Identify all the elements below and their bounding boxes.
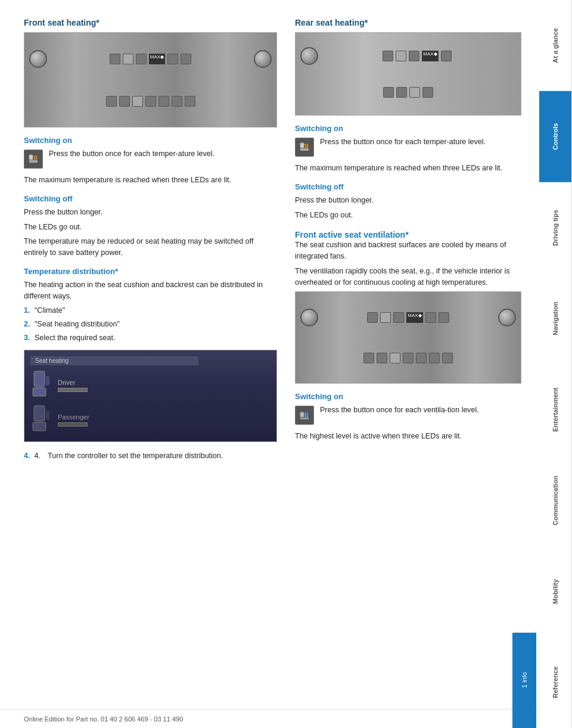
left-switching-off-text1: Press the button longer. <box>24 207 277 218</box>
temp-dist-title: Temperature distribution* <box>24 267 277 276</box>
switching-on-text: Press the button once for each temper-at… <box>49 148 277 160</box>
svg-rect-6 <box>33 422 46 431</box>
vent-max-label: MAX◆ <box>406 312 422 323</box>
vent-btn4 <box>425 312 436 323</box>
right-switching-on2-text2: The highest level is active when three L… <box>295 431 521 442</box>
knob-left <box>29 50 47 68</box>
rear-max-label: MAX◆ <box>422 51 438 61</box>
switching-on-row: Press the button once for each temper-at… <box>24 148 277 169</box>
driver-row: Driver <box>30 370 271 401</box>
rear-knob-left <box>300 47 318 65</box>
svg-rect-8 <box>300 143 304 148</box>
side-navigation: At a glance Controls Driving tips Naviga… <box>539 0 572 728</box>
svg-rect-0 <box>29 155 33 160</box>
svg-rect-1 <box>29 160 38 163</box>
rear-btn5 <box>383 87 394 98</box>
vent-knob-right <box>498 309 516 326</box>
tab-driving-tips[interactable]: Driving tips <box>539 182 572 273</box>
right-switching-on2-title: Switching on <box>295 392 521 401</box>
vent-btn3 <box>393 312 404 323</box>
btn1 <box>110 54 120 64</box>
vent-btn8 <box>390 353 400 363</box>
seat-heat-icon <box>24 150 43 169</box>
vent-btn7 <box>377 353 387 363</box>
vent-btn5 <box>439 312 449 323</box>
svg-rect-2 <box>34 371 45 387</box>
list-item: 3. Select the required seat. <box>24 332 277 344</box>
right-switching-on2-text: Press the button once for each ventila-t… <box>320 405 521 416</box>
btn5 <box>181 54 191 64</box>
tab-controls[interactable]: Controls <box>539 91 572 182</box>
right-switching-on-text: Press the button once for each temper-at… <box>320 136 521 148</box>
svg-rect-5 <box>34 406 45 421</box>
tab-entertainment[interactable]: Entertainment <box>539 364 572 455</box>
rear-btn2 <box>396 51 406 61</box>
vent-btn12 <box>442 353 453 363</box>
rear-btn1 <box>383 51 393 61</box>
list-item: 1. "Climate" <box>24 305 277 316</box>
btn9 <box>145 96 156 107</box>
btn12 <box>185 96 195 107</box>
max-label: MAX◆ <box>149 54 165 64</box>
footer-text: Online Edition for Part no. 01 40 2 606 … <box>24 715 183 723</box>
rear-seat-heat-icon <box>295 138 314 157</box>
btn10 <box>158 96 169 107</box>
vent-btn2 <box>380 312 391 323</box>
btn7 <box>119 96 130 107</box>
front-active-text1: The seat cushion and backrest surfaces a… <box>295 239 521 262</box>
vent-btn9 <box>403 353 414 363</box>
btn6 <box>106 96 117 107</box>
right-switching-on-title: Switching on <box>295 124 521 133</box>
tab-reference[interactable]: Reference <box>539 637 572 728</box>
front-seat-image: MAX◆ <box>24 32 277 127</box>
front-active-text2: The ventilation rapidly cools the seat, … <box>295 266 521 288</box>
knob-right <box>254 50 272 68</box>
tab-at-a-glance[interactable]: At a glance <box>539 0 572 91</box>
svg-rect-9 <box>300 148 309 151</box>
right-switching-on-row: Press the button once for each temper-at… <box>295 136 521 157</box>
rear-btn3 <box>409 51 419 61</box>
left-switching-off-title: Switching off <box>24 194 277 203</box>
right-switching-off-text2: The LEDs go out. <box>295 210 521 221</box>
left-switching-off-text3: The temperature may be reduced or seat h… <box>24 236 277 259</box>
vent-btn10 <box>416 353 427 363</box>
svg-rect-10 <box>300 412 304 417</box>
temp-dist-text: The heating action in the seat cushion a… <box>24 279 277 302</box>
vent-btn6 <box>363 353 374 363</box>
rear-btn4 <box>441 51 452 61</box>
btn8 <box>132 96 143 107</box>
left-switching-off-text2: The LEDs go out. <box>24 222 277 233</box>
left-switching-on-title: Switching on <box>24 136 277 145</box>
list-item: 2. "Seat heating distribution" <box>24 319 277 330</box>
right-switching-on-text2: The maximum temperature is reached when … <box>295 163 521 174</box>
svg-rect-7 <box>46 410 49 420</box>
btn4 <box>167 54 178 64</box>
svg-rect-4 <box>46 376 49 385</box>
right-switching-off-title: Switching off <box>295 182 521 191</box>
left-column: Front seat heating* MAX◆ <box>24 18 277 465</box>
btn2 <box>123 54 133 64</box>
tab-navigation[interactable]: Navigation <box>539 273 572 364</box>
rear-btn6 <box>396 87 407 98</box>
front-active-title: Front active seat ventilation* <box>295 230 521 239</box>
info-badge: 1 info <box>512 633 536 728</box>
vent-btn1 <box>367 312 378 323</box>
ventilation-icon <box>295 406 314 425</box>
btn3 <box>136 54 147 64</box>
right-switching-off-text1: Press the button longer. <box>295 195 521 206</box>
ventilation-image: MAX◆ <box>295 291 521 384</box>
screen-title: Seat heating <box>30 356 198 365</box>
right-column: Rear seat heating* MAX◆ <box>295 18 521 465</box>
left-section-title: Front seat heating* <box>24 18 277 27</box>
tab-communication[interactable]: Communication <box>539 455 572 546</box>
svg-rect-3 <box>33 388 46 396</box>
step4-text: 4. 4. Turn the controller to set the tem… <box>24 450 277 462</box>
steps-list: 1. "Climate" 2. "Seat heating distributi… <box>24 305 277 343</box>
rear-btn8 <box>422 87 433 98</box>
tab-mobility[interactable]: Mobility <box>539 546 572 637</box>
passenger-row: Passenger <box>30 405 271 435</box>
footer-bar: Online Edition for Part no. 01 40 2 606 … <box>0 709 539 728</box>
rear-btn7 <box>409 87 420 98</box>
vent-btn11 <box>429 353 440 363</box>
btn11 <box>172 96 182 107</box>
